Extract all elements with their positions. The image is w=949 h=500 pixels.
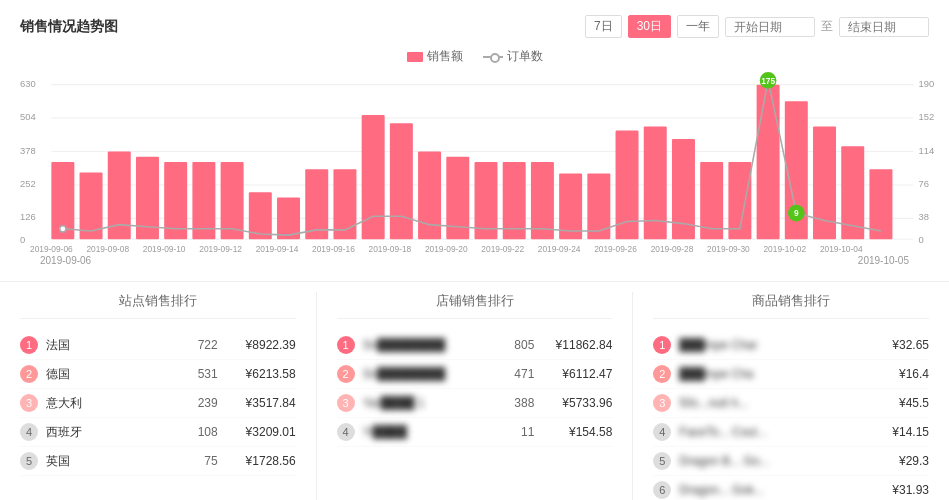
site-ranking-title: 站点销售排行	[20, 292, 296, 319]
svg-rect-27	[305, 169, 328, 239]
rank-amount: ¥3209.01	[226, 425, 296, 439]
svg-text:2019-09-20: 2019-09-20	[425, 244, 468, 254]
legend-orders: 订单数	[483, 48, 543, 65]
rank-amount: ¥45.5	[859, 396, 929, 410]
rank-name: Yi████	[363, 425, 487, 439]
rank-number: 2	[653, 365, 671, 383]
rank-amount: ¥8922.39	[226, 338, 296, 352]
svg-text:2019-09-12: 2019-09-12	[199, 244, 242, 254]
rank-amount: ¥29.3	[859, 454, 929, 468]
rank-amount: ¥14.15	[859, 425, 929, 439]
svg-text:2019-09-18: 2019-09-18	[369, 244, 412, 254]
rank-amount: ¥5733.96	[542, 396, 612, 410]
rank-count: 75	[178, 454, 218, 468]
legend-line-icon	[483, 56, 503, 58]
rank-number: 3	[20, 394, 38, 412]
goods-ranking-col: 商品销售排行 1 ███mpe Char ¥32.65 2 ███mpe Cha…	[633, 292, 949, 500]
x-footer-right: 2019-10-05	[858, 255, 909, 266]
svg-rect-43	[757, 85, 780, 240]
rank-count: 388	[494, 396, 534, 410]
svg-rect-24	[221, 162, 244, 239]
svg-text:126: 126	[20, 211, 36, 222]
rank-amount: ¥31.93	[859, 483, 929, 497]
svg-text:2019-09-24: 2019-09-24	[538, 244, 581, 254]
svg-text:190: 190	[919, 78, 935, 89]
start-date-input[interactable]	[725, 17, 815, 37]
svg-rect-23	[192, 162, 215, 239]
rank-name: FaceTo... Coul...	[679, 425, 803, 439]
svg-text:252: 252	[20, 178, 36, 189]
legend-orders-label: 订单数	[507, 48, 543, 65]
rank-name: 德国	[46, 366, 170, 383]
svg-text:2019-09-30: 2019-09-30	[707, 244, 750, 254]
rank-name: Dragon B... Go...	[679, 454, 803, 468]
rank-count: 11	[494, 425, 534, 439]
chart-wrapper: 630 504 378 252 126 0 190 152 114 76 38 …	[20, 73, 929, 253]
rank-count: 722	[178, 338, 218, 352]
rank-number: 2	[20, 365, 38, 383]
rank-name: 50c...nuit h...	[679, 396, 803, 410]
list-item: 3 意大利 239 ¥3517.84	[20, 389, 296, 418]
rank-number: 3	[653, 394, 671, 412]
page: 销售情况趋势图 7日 30日 一年 至 销售额 订单数	[0, 0, 949, 500]
svg-rect-37	[587, 173, 610, 239]
svg-rect-34	[503, 162, 526, 239]
rank-name: ███mpe Char	[679, 338, 803, 352]
svg-text:2019-10-04: 2019-10-04	[820, 244, 863, 254]
rank-name: Yar████ 1	[363, 396, 487, 410]
site-ranking-col: 站点销售排行 1 法国 722 ¥8922.39 2 德国 531 ¥6213.…	[0, 292, 317, 500]
list-item: 3 50c...nuit h... ¥45.5	[653, 389, 929, 418]
svg-rect-36	[559, 173, 582, 239]
rank-amount: ¥32.65	[859, 338, 929, 352]
list-item: 2 ███mpe Cha ¥16.4	[653, 360, 929, 389]
rank-number: 4	[20, 423, 38, 441]
rank-count: 805	[494, 338, 534, 352]
list-item: 1 ███mpe Char ¥32.65	[653, 331, 929, 360]
chart-svg: 630 504 378 252 126 0 190 152 114 76 38 …	[20, 73, 929, 253]
svg-rect-38	[616, 131, 639, 240]
svg-text:114: 114	[919, 145, 935, 156]
list-item: 5 Dragon B... Go... ¥29.3	[653, 447, 929, 476]
svg-text:2019-09-14: 2019-09-14	[256, 244, 299, 254]
svg-text:2019-09-28: 2019-09-28	[651, 244, 694, 254]
svg-rect-39	[644, 126, 667, 239]
list-item: 3 Yar████ 1 388 ¥5733.96	[337, 389, 613, 418]
svg-rect-30	[390, 123, 413, 239]
svg-text:38: 38	[919, 211, 929, 222]
svg-text:378: 378	[20, 145, 36, 156]
svg-text:630: 630	[20, 78, 36, 89]
rank-name: 法国	[46, 337, 170, 354]
chart-legend: 销售额 订单数	[20, 48, 929, 65]
svg-text:2019-09-06: 2019-09-06	[30, 244, 73, 254]
svg-text:2019-09-10: 2019-09-10	[143, 244, 186, 254]
svg-rect-35	[531, 162, 554, 239]
rank-count: 239	[178, 396, 218, 410]
list-item: 4 西班牙 108 ¥3209.01	[20, 418, 296, 447]
rank-name: Sn████████	[363, 367, 487, 381]
rank-number: 2	[337, 365, 355, 383]
rank-name: Sn████████	[363, 338, 487, 352]
rank-number: 6	[653, 481, 671, 499]
list-item: 5 英国 75 ¥1728.56	[20, 447, 296, 476]
rank-number: 3	[337, 394, 355, 412]
list-item: 1 Sn████████ 805 ¥11862.84	[337, 331, 613, 360]
svg-text:2019-10-02: 2019-10-02	[763, 244, 806, 254]
rank-amount: ¥6112.47	[542, 367, 612, 381]
store-ranking-list: 1 Sn████████ 805 ¥11862.84 2 Sn████████ …	[337, 331, 613, 447]
list-item: 2 Sn████████ 471 ¥6112.47	[337, 360, 613, 389]
svg-rect-28	[333, 169, 356, 239]
end-date-input[interactable]	[839, 17, 929, 37]
btn-7day[interactable]: 7日	[585, 15, 622, 38]
svg-text:0: 0	[919, 234, 924, 245]
list-item: 6 Dragon... Gok... ¥31.93	[653, 476, 929, 500]
svg-text:2019-09-22: 2019-09-22	[481, 244, 524, 254]
btn-year[interactable]: 一年	[677, 15, 719, 38]
rank-amount: ¥1728.56	[226, 454, 296, 468]
svg-text:152: 152	[919, 111, 935, 122]
site-ranking-list: 1 法国 722 ¥8922.39 2 德国 531 ¥6213.58 3 意大…	[20, 331, 296, 476]
svg-point-48	[60, 226, 66, 232]
rank-number: 1	[337, 336, 355, 354]
btn-30day[interactable]: 30日	[628, 15, 671, 38]
rank-number: 5	[653, 452, 671, 470]
list-item: 4 FaceTo... Coul... ¥14.15	[653, 418, 929, 447]
